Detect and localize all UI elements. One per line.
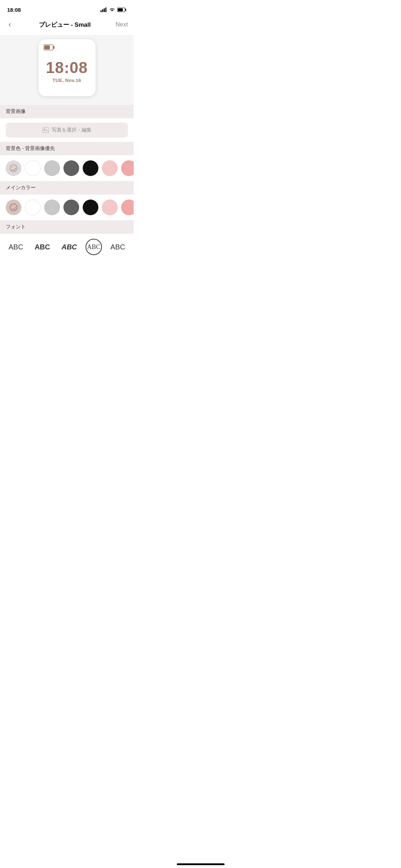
bg-image-section-content: 写真を選択・編集	[0, 118, 134, 142]
bg-image-section-header: 背景画像	[0, 105, 134, 118]
svg-point-13	[11, 166, 13, 168]
image-icon	[42, 127, 49, 133]
status-icons	[101, 7, 127, 12]
font-italic-bold[interactable]: ABC	[58, 242, 79, 253]
back-button[interactable]: ‹	[6, 19, 14, 31]
preview-section: 18:08 TUE, Nov.16	[0, 35, 134, 105]
svg-rect-2	[104, 8, 105, 12]
svg-rect-6	[118, 8, 123, 11]
font-regular[interactable]: ABC	[6, 242, 26, 253]
svg-point-12	[10, 165, 17, 172]
bg-color-dark-gray[interactable]	[63, 160, 79, 176]
bg-color-light-gray[interactable]	[44, 160, 60, 176]
main-color-white[interactable]	[25, 200, 41, 215]
font-light[interactable]: ABC	[108, 242, 128, 253]
svg-point-14	[14, 166, 15, 167]
widget-time: 18:08	[46, 60, 88, 76]
svg-point-15	[15, 168, 16, 169]
svg-rect-5	[125, 9, 127, 11]
bg-color-pink[interactable]	[121, 160, 134, 176]
font-section-header: フォント	[0, 220, 134, 234]
wifi-icon	[109, 7, 115, 12]
status-time: 18:08	[7, 7, 21, 13]
svg-rect-1	[102, 9, 103, 12]
svg-point-19	[11, 206, 13, 207]
main-color-picker-button[interactable]	[6, 200, 21, 215]
bg-image-button[interactable]: 写真を選択・編集	[6, 123, 128, 138]
svg-rect-0	[101, 10, 102, 12]
bg-color-light-pink[interactable]	[102, 160, 118, 176]
main-color-light-pink[interactable]	[102, 200, 118, 215]
svg-point-22	[14, 208, 15, 210]
page-title: プレビュー - Small	[39, 21, 91, 29]
status-bar: 18:08	[0, 0, 134, 16]
battery-icon	[117, 7, 127, 12]
svg-point-20	[14, 205, 15, 206]
bg-image-button-label: 写真を選択・編集	[52, 127, 92, 133]
widget-battery-icon	[43, 44, 55, 51]
palette-icon	[9, 164, 18, 172]
bg-color-section-header: 背景色 - 背景画像優先	[0, 142, 134, 155]
font-serif-selected[interactable]: ABC	[86, 239, 102, 255]
palette-icon-main	[9, 203, 18, 212]
svg-rect-3	[106, 7, 107, 12]
widget-date: TUE, Nov.16	[52, 78, 81, 83]
main-color-section-header: メインカラー	[0, 181, 134, 195]
bg-color-row	[0, 155, 134, 181]
bg-color-picker-button[interactable]	[6, 160, 21, 176]
next-button[interactable]: Next	[115, 20, 128, 30]
main-color-black[interactable]	[83, 200, 98, 215]
svg-rect-9	[44, 46, 50, 50]
main-color-dark-gray[interactable]	[63, 200, 79, 215]
widget-preview: 18:08 TUE, Nov.16	[38, 39, 96, 96]
svg-point-23	[11, 208, 13, 210]
nav-bar: ‹ プレビュー - Small Next	[0, 16, 134, 35]
svg-point-18	[10, 204, 17, 211]
svg-rect-8	[53, 46, 55, 49]
bg-color-black[interactable]	[83, 160, 98, 176]
main-color-pink[interactable]	[121, 200, 134, 215]
svg-point-21	[15, 207, 16, 208]
font-bold[interactable]: ABC	[32, 242, 53, 253]
svg-point-16	[14, 169, 15, 171]
svg-point-17	[11, 169, 13, 171]
main-color-light-gray[interactable]	[44, 200, 60, 215]
main-color-row	[0, 195, 134, 220]
signal-icon	[101, 7, 107, 12]
font-row: ABC ABC ABC ABC ABC ABC ABC A	[0, 234, 134, 260]
bg-color-white[interactable]	[25, 160, 41, 176]
